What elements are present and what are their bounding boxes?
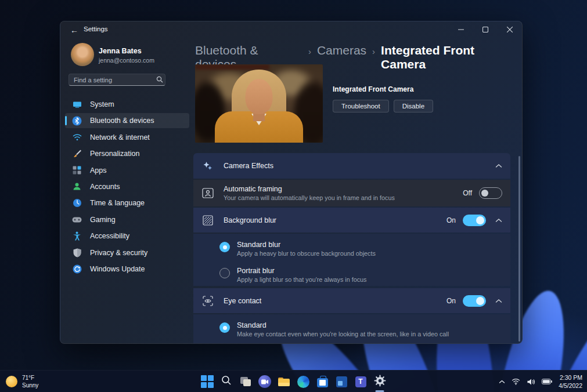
weather-temperature: 71°F bbox=[22, 374, 38, 382]
network-icon bbox=[72, 132, 82, 142]
sidebar-item-time-language[interactable]: Time & language bbox=[65, 195, 189, 210]
wifi-icon[interactable] bbox=[512, 378, 520, 385]
window-title: Settings bbox=[84, 26, 108, 32]
chevron-up-icon[interactable] bbox=[495, 299, 502, 303]
background-blur-title: Background blur bbox=[224, 216, 446, 224]
standard-blur-option[interactable]: Standard blur Apply a heavy blur to obsc… bbox=[219, 241, 376, 257]
portrait-blur-desc: Apply a light blur so that you're always… bbox=[237, 276, 367, 283]
sidebar-item-gaming[interactable]: Gaming bbox=[65, 212, 189, 227]
sun-icon bbox=[6, 376, 17, 387]
store-icon bbox=[317, 378, 328, 387]
sidebar-item-accounts[interactable]: Accounts bbox=[65, 179, 189, 194]
disable-button[interactable]: Disable bbox=[394, 100, 433, 112]
active-app-indicator bbox=[376, 390, 384, 392]
volume-icon[interactable] bbox=[527, 378, 535, 386]
windows-logo-icon bbox=[201, 375, 214, 388]
breadcrumb-separator: › bbox=[308, 46, 311, 56]
eye-contact-icon bbox=[201, 296, 214, 306]
eye-contact-options: Standard Make eye contact even when you'… bbox=[193, 314, 510, 344]
eye-contact-toggle[interactable] bbox=[463, 295, 486, 307]
sidebar-nav: System Bluetooth & devices Network & int… bbox=[65, 97, 189, 277]
sidebar-item-bluetooth-devices[interactable]: Bluetooth & devices bbox=[65, 113, 189, 128]
teams-button[interactable]: T bbox=[354, 375, 368, 389]
tray-time: 2:30 PM bbox=[559, 373, 582, 382]
eye-contact-standard-option[interactable]: Standard Make eye contact even when you'… bbox=[219, 321, 449, 337]
search-input[interactable] bbox=[74, 77, 156, 84]
account-name: Jenna Bates bbox=[99, 47, 142, 55]
standard-blur-radio[interactable] bbox=[219, 242, 230, 252]
accessibility-icon bbox=[72, 231, 82, 241]
sidebar-item-personalization[interactable]: Personalization bbox=[65, 146, 189, 161]
sidebar-item-apps[interactable]: Apps bbox=[65, 163, 189, 178]
automatic-framing-row[interactable]: Automatic framing Your camera will autom… bbox=[193, 180, 510, 206]
background-blur-icon bbox=[201, 215, 214, 226]
desktop: ← Settings Jenna Bates jenna@contoso.com… bbox=[0, 0, 587, 392]
folder-icon bbox=[278, 378, 290, 386]
sidebar-item-accessibility[interactable]: Accessibility bbox=[65, 228, 189, 244]
back-button[interactable]: ← bbox=[67, 24, 81, 37]
camera-effects-header[interactable]: Camera Effects bbox=[193, 153, 510, 179]
settings-window: ← Settings Jenna Bates jenna@contoso.com… bbox=[60, 21, 523, 344]
sidebar-item-system[interactable]: System bbox=[65, 97, 189, 112]
task-view-button[interactable] bbox=[239, 375, 253, 389]
sidebar-item-privacy-security[interactable]: Privacy & security bbox=[65, 245, 189, 260]
scrollbar[interactable] bbox=[518, 156, 520, 342]
settings-content: Bluetooth & devices › Cameras › Integrat… bbox=[193, 21, 522, 343]
edge-icon bbox=[297, 376, 309, 388]
gaming-icon bbox=[72, 215, 82, 224]
chat-camera-icon bbox=[258, 375, 271, 388]
pinned-app-button[interactable] bbox=[334, 375, 349, 389]
tray-date: 4/5/2022 bbox=[559, 382, 582, 390]
shield-icon bbox=[72, 248, 82, 257]
start-button[interactable] bbox=[200, 375, 215, 389]
weather-widget[interactable]: 71°F Sunny bbox=[6, 371, 38, 392]
breadcrumb-separator: › bbox=[372, 46, 375, 56]
sparkles-icon bbox=[201, 161, 214, 170]
portrait-blur-option[interactable]: Portrait blur Apply a light blur so that… bbox=[219, 267, 367, 283]
automatic-framing-icon bbox=[201, 188, 214, 198]
windows-update-icon bbox=[72, 264, 82, 274]
background-blur-options: Standard blur Apply a heavy blur to obsc… bbox=[193, 234, 510, 286]
taskbar-search-button[interactable] bbox=[219, 375, 234, 389]
personalization-icon bbox=[72, 149, 82, 159]
task-view-icon bbox=[240, 377, 251, 386]
apps-icon bbox=[72, 165, 82, 175]
avatar[interactable] bbox=[71, 43, 94, 66]
chevron-up-icon[interactable] bbox=[495, 164, 502, 168]
tray-chevron-up-icon[interactable] bbox=[499, 380, 505, 384]
eye-contact-standard-label: Standard bbox=[237, 321, 449, 329]
automatic-framing-toggle[interactable] bbox=[479, 187, 502, 199]
background-blur-row[interactable]: Background blur On bbox=[193, 208, 510, 233]
teams-icon: T bbox=[355, 376, 366, 387]
background-blur-state: On bbox=[446, 216, 456, 224]
settings-app-button[interactable] bbox=[373, 375, 387, 389]
battery-icon[interactable] bbox=[542, 379, 552, 384]
time-language-icon bbox=[72, 198, 82, 208]
accounts-icon bbox=[72, 182, 82, 191]
eye-contact-standard-radio[interactable] bbox=[219, 322, 230, 333]
automatic-framing-title: Automatic framing bbox=[224, 185, 463, 193]
portrait-blur-radio[interactable] bbox=[219, 268, 230, 278]
camera-preview bbox=[195, 64, 323, 143]
eye-contact-row[interactable]: Eye contact On bbox=[193, 288, 510, 313]
automatic-framing-desc: Your camera will automatically keep you … bbox=[224, 194, 463, 201]
search-box[interactable] bbox=[69, 74, 165, 86]
sidebar-item-windows-update[interactable]: Windows Update bbox=[65, 262, 189, 277]
breadcrumb-cameras[interactable]: Cameras bbox=[317, 43, 366, 57]
chevron-up-icon[interactable] bbox=[495, 218, 502, 223]
edge-button[interactable] bbox=[296, 375, 311, 389]
page-title: Integrated Front Camera bbox=[381, 43, 522, 71]
microsoft-store-button[interactable] bbox=[315, 375, 330, 389]
troubleshoot-button[interactable]: Troubleshoot bbox=[333, 100, 389, 112]
eye-contact-standard-desc: Make eye contact even when you're lookin… bbox=[237, 331, 449, 337]
chat-button[interactable] bbox=[258, 375, 272, 389]
pinned-app-icon bbox=[336, 376, 347, 387]
gear-icon bbox=[374, 375, 386, 389]
clock[interactable]: 2:30 PM 4/5/2022 bbox=[559, 373, 582, 390]
eye-contact-title: Eye contact bbox=[224, 297, 446, 305]
portrait-blur-label: Portrait blur bbox=[237, 267, 367, 275]
background-blur-toggle[interactable] bbox=[463, 215, 486, 226]
file-explorer-button[interactable] bbox=[277, 375, 291, 389]
search-icon bbox=[156, 75, 163, 85]
sidebar-item-network-internet[interactable]: Network & internet bbox=[65, 130, 189, 145]
